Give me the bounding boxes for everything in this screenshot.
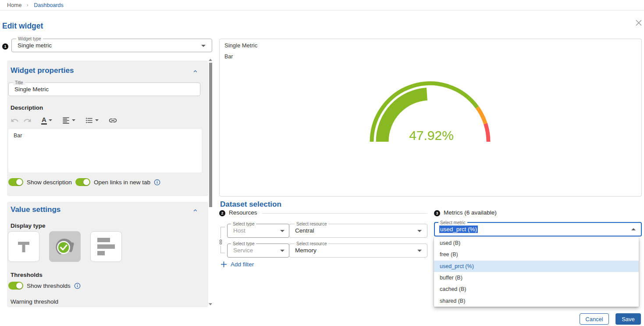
chevron-down-icon[interactable] (280, 250, 285, 252)
chevron-down-icon[interactable] (417, 230, 422, 232)
info-icon[interactable] (74, 283, 81, 289)
widget-properties-panel: Widget properties Title Single Metric De… (7, 61, 208, 196)
chevron-down-icon (49, 119, 52, 121)
display-type-gauge-button[interactable] (49, 231, 81, 262)
title-input-value: Single Metric (14, 86, 49, 93)
metric-option[interactable]: buffer (B) (434, 272, 639, 283)
widget-type-value: Single metric (18, 42, 52, 49)
page-title: Edit widget (2, 21, 43, 31)
description-label: Description (11, 104, 43, 111)
thresholds-label: Thresholds (11, 272, 43, 278)
plus-icon (221, 262, 227, 267)
bracket-line (221, 253, 225, 253)
show-thresholds-toggle[interactable] (8, 282, 23, 290)
breadcrumb-home[interactable]: Home (7, 2, 21, 8)
close-icon[interactable] (635, 19, 642, 26)
description-textarea[interactable]: Bar (8, 129, 202, 172)
dataset-selection-heading: Dataset selection (220, 200, 281, 209)
info-icon[interactable] (154, 179, 160, 186)
bracket-line (221, 227, 221, 238)
select-type-label: Select type (231, 222, 256, 226)
display-type-text-button[interactable] (8, 231, 39, 262)
resource-type-value-2: Service (233, 247, 253, 254)
left-panel-scrollbar[interactable] (209, 58, 212, 307)
list-button[interactable] (85, 116, 99, 125)
widget-properties-heading: Widget properties (11, 66, 74, 75)
select-resource-label: Select resource (295, 241, 328, 246)
chevron-down-icon[interactable] (280, 230, 285, 232)
breadcrumb-dashboards[interactable]: Dashboards (34, 2, 63, 8)
resource-type-value-1: Host (233, 227, 246, 234)
title-input-label: Title (13, 80, 25, 85)
metric-option[interactable]: cached (B) (434, 283, 639, 295)
toggle-knob (16, 283, 22, 289)
chain-link-icon (218, 239, 224, 245)
show-thresholds-toggle-row: Show thresholds (8, 282, 81, 290)
collapse-chevron-icon[interactable] (192, 68, 199, 75)
chevron-down-icon (72, 119, 75, 121)
scrollbar-up-arrow[interactable] (209, 59, 212, 61)
text-color-icon: A (41, 116, 47, 125)
warning-threshold-label: Warning threshold (11, 298, 58, 305)
text-color-button[interactable]: A (41, 116, 52, 125)
text-display-icon (15, 238, 32, 255)
undo-button[interactable] (11, 116, 19, 125)
open-links-label: Open links in new tab (94, 179, 150, 186)
widget-type-label: Widget type (16, 36, 43, 41)
list-bulleted-icon (85, 116, 93, 125)
resource-select-1[interactable]: Select resource Central (289, 224, 427, 238)
chevron-down-icon (95, 119, 99, 121)
step-3-number: 3 (436, 211, 438, 215)
resource-select-2[interactable]: Select resource Memory (289, 244, 427, 258)
link-button[interactable] (108, 116, 117, 125)
collapse-chevron-icon[interactable] (192, 207, 199, 214)
value-settings-panel: Value settings Display type Thresholds (7, 202, 208, 307)
metric-options-dropdown: used (B) free (B) used_prct (%) buffer (… (434, 237, 639, 307)
resources-divider (262, 213, 427, 214)
show-thresholds-label: Show thresholds (27, 283, 71, 289)
open-links-toggle-row: Open links in new tab (75, 178, 160, 186)
show-description-label: Show description (27, 179, 72, 186)
metric-option[interactable]: used (B) (434, 237, 639, 249)
edit-widget-page: Home Dashboards Edit widget 1 Widget typ… (0, 0, 644, 326)
preview-title: Single Metric (224, 42, 257, 49)
bracket-line (221, 246, 221, 253)
widget-type-select[interactable]: Widget type Single metric (11, 39, 212, 52)
step-1-number: 1 (4, 44, 6, 49)
preview-description: Bar (224, 54, 233, 60)
description-value: Bar (14, 133, 22, 139)
step-2-badge: 2 (219, 210, 225, 216)
resource-type-select-1[interactable]: Select type Host (227, 224, 289, 238)
title-input[interactable]: Title Single Metric (8, 82, 200, 96)
align-left-icon (62, 116, 70, 125)
display-type-bar-button[interactable] (90, 231, 122, 262)
chevron-up-icon[interactable] (631, 228, 636, 230)
metric-option[interactable]: shared (B) (434, 295, 639, 306)
chevron-down-icon[interactable] (201, 45, 206, 47)
cancel-button[interactable]: Cancel (580, 313, 609, 325)
gauge-display-icon (54, 237, 75, 256)
chevron-down-icon[interactable] (417, 250, 422, 252)
scrollbar-down-arrow[interactable] (209, 303, 212, 305)
show-description-toggle-row: Show description (8, 178, 72, 186)
gauge-value: 47.92% (409, 128, 454, 143)
save-button[interactable]: Save (616, 313, 641, 325)
metric-option-selected[interactable]: used_prct (%) (434, 261, 639, 272)
metric-select[interactable]: Select metric used_prct (%) (434, 222, 642, 236)
add-filter-button[interactable]: Add filter (221, 261, 254, 268)
toggle-knob (83, 179, 89, 185)
resource-type-select-2[interactable]: Select type Service (227, 244, 289, 258)
link-icon (108, 116, 117, 125)
step-1-badge: 1 (2, 43, 8, 50)
add-filter-label: Add filter (231, 261, 254, 268)
align-button[interactable] (62, 116, 75, 125)
open-links-toggle[interactable] (75, 178, 90, 186)
breadcrumb: Home Dashboards (0, 0, 644, 11)
resources-label: Resources (229, 209, 257, 216)
select-resource-label: Select resource (295, 222, 328, 226)
redo-button[interactable] (23, 116, 32, 125)
scrollbar-thumb[interactable] (209, 63, 212, 207)
show-description-toggle[interactable] (8, 178, 23, 186)
gauge-chart: 47.92% (366, 77, 494, 144)
metric-option[interactable]: free (B) (434, 249, 639, 260)
